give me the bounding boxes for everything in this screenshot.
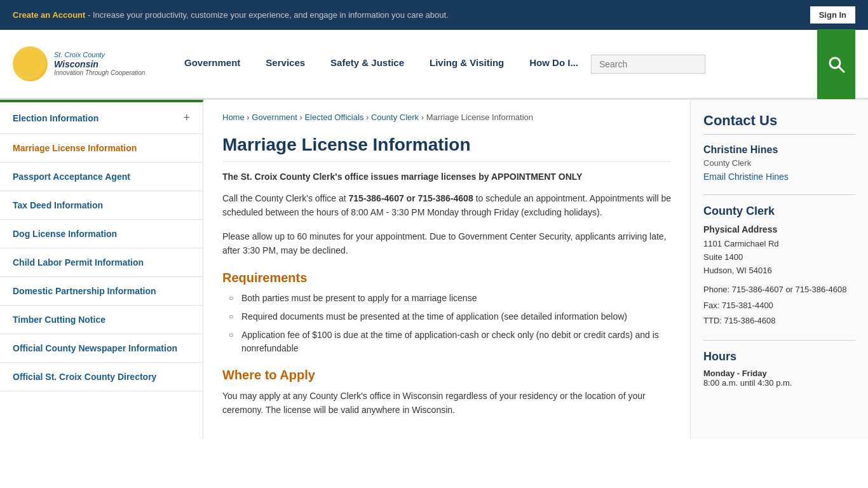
nav-how-do-i[interactable]: How Do I... [517,30,591,98]
nav-safety-justice[interactable]: Safety & Justice [318,30,417,98]
requirements-heading: Requirements [222,271,671,285]
fax: Fax: 715-381-4400 [703,299,855,312]
sidebar-item-doglicense[interactable]: Dog License Information [0,220,203,248]
breadcrumb-current: Marriage License Information [426,112,533,122]
requirement-item-2: Required documents must be presented at … [229,310,671,323]
search-icon [827,55,845,73]
email-link[interactable]: Email Christine Hines [703,172,789,182]
breadcrumb: Home › Government › Elected Officials › … [222,112,671,122]
logo-sun-icon [13,46,48,81]
sidebar-item-newspaper[interactable]: Official County Newspaper Information [0,334,203,363]
header: St. Croix County Wisconsin Innovation Th… [0,30,868,100]
page-title: Marriage License Information [222,135,671,162]
contact-person: Christine Hines County Clerk Email Chris… [703,144,855,182]
hours-section: Hours Monday - Friday 8:00 a.m. until 4:… [703,340,855,388]
sidebar-item-election[interactable]: Election Information + [0,102,203,134]
nav-government[interactable]: Government [172,30,253,98]
create-account-link[interactable]: Create an Account [13,10,85,20]
expand-icon: + [183,111,190,125]
sidebar-item-timber[interactable]: Timber Cutting Notice [0,306,203,334]
requirements-list: Both parties must be present to apply fo… [222,292,671,355]
breadcrumb-county-clerk[interactable]: County Clerk [371,112,419,122]
ttd: TTD: 715-386-4608 [703,315,855,327]
content-wrapper: Election Information + Marriage License … [0,100,868,439]
hours-time: 8:00 a.m. until 4:30 p.m. [703,378,855,388]
address-line-2: Suite 1400 [703,252,743,262]
banner-message: Create an Account - Increase your produc… [13,10,449,20]
address-line-1: 1101 Carmichael Rd [703,239,779,248]
left-sidebar: Election Information + Marriage License … [0,100,203,439]
search-area [591,55,705,74]
breadcrumb-elected-officials[interactable]: Elected Officials [304,112,363,122]
physical-address-label: Physical Address [703,224,855,234]
top-banner: Create an Account - Increase your produc… [0,0,868,30]
logo-text: St. Croix County Wisconsin Innovation Th… [54,51,145,78]
contact-us-title: Contact Us [703,112,855,135]
county-clerk-section: County Clerk Physical Address 1101 Carmi… [703,194,855,327]
nav-services[interactable]: Services [253,30,318,98]
contact-name: Christine Hines [703,144,855,156]
svg-line-1 [839,67,844,72]
body-paragraph-1: Call the County Clerk's office at 715-38… [222,191,671,220]
search-input[interactable] [599,59,682,69]
body-paragraph-2: Please allow up to 60 minutes for your a… [222,229,671,258]
sidebar-item-childlabor[interactable]: Child Labor Permit Information [0,248,203,277]
sidebar-item-taxdeed[interactable]: Tax Deed Information [0,191,203,220]
right-sidebar: Contact Us Christine Hines County Clerk … [690,100,868,439]
hours-day: Monday - Friday [703,369,855,378]
sidebar-item-directory[interactable]: Official St. Croix County Directory [0,363,203,391]
where-to-apply-text: You may apply at any County Clerk's offi… [222,389,671,417]
contact-role: County Clerk [703,158,855,168]
address-line-3: Hudson, WI 54016 [703,266,772,275]
main-content: Home › Government › Elected Officials › … [203,100,690,439]
county-clerk-title: County Clerk [703,205,855,218]
sidebar-item-passport[interactable]: Passport Acceptance Agent [0,163,203,191]
address: 1101 Carmichael Rd Suite 1400 Hudson, WI… [703,238,855,277]
sign-in-button[interactable]: Sign In [810,6,855,24]
sidebar-item-marriage[interactable]: Marriage License Information [0,134,203,163]
search-button[interactable] [817,29,855,99]
requirement-item-1: Both parties must be present to apply fo… [229,292,671,305]
where-to-apply-heading: Where to Apply [222,368,671,383]
hours-title: Hours [703,350,855,363]
nav-living-visiting[interactable]: Living & Visiting [417,30,517,98]
sidebar-item-domestic[interactable]: Domestic Partnership Information [0,277,203,306]
intro-text: The St. Croix County Clerk's office issu… [222,172,671,182]
contact-email: Email Christine Hines [703,172,855,182]
main-nav: Government Services Safety & Justice Liv… [172,30,811,98]
phone: Phone: 715-386-4607 or 715-386-4608 [703,283,855,296]
breadcrumb-home[interactable]: Home [222,112,245,122]
breadcrumb-government[interactable]: Government [252,112,297,122]
requirement-item-3: Application fee of $100 is due at the ti… [229,329,671,355]
logo-area: St. Croix County Wisconsin Innovation Th… [13,46,153,81]
banner-text: - Increase your productivity, customize … [85,10,448,20]
